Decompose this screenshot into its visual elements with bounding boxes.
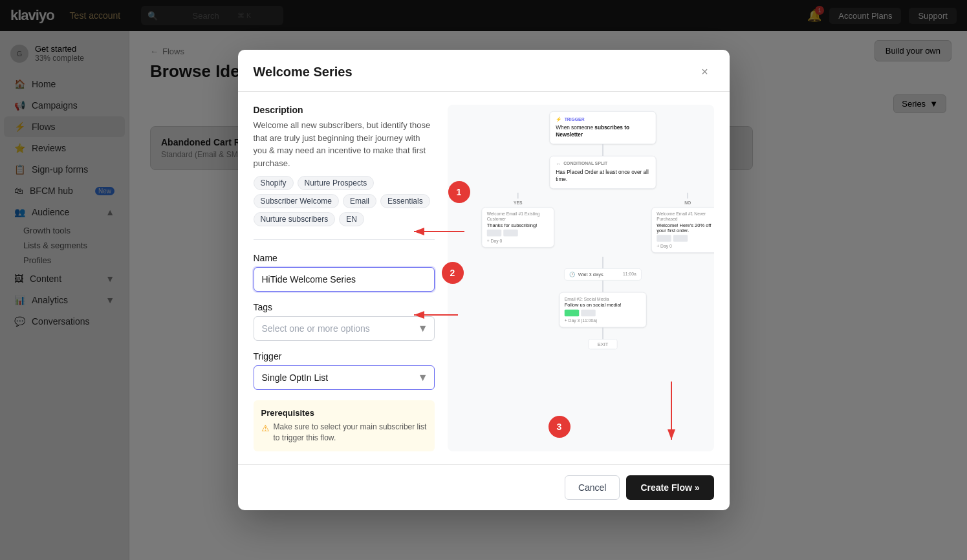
tags-select[interactable]: Select one or more options	[254, 316, 435, 341]
tag-nurture-prospects: Nurture Prospects	[298, 176, 375, 190]
annotation-2: 2	[442, 262, 464, 284]
conditional-icon: ↔	[556, 161, 561, 166]
no-branch: NO Welcome Email #1 Never Purchased Welc…	[651, 193, 714, 253]
modal-header: Welcome Series ×	[238, 50, 730, 92]
no-label: NO	[684, 200, 691, 206]
wait-time: 11:00a	[623, 272, 636, 277]
modal: Welcome Series × Description Welcome all…	[238, 50, 730, 510]
modal-left-panel: Description Welcome all new subscribers,…	[254, 105, 435, 451]
yes-branch: YES Welcome Email #1 Existing Customer T…	[481, 193, 554, 253]
flow-canvas: ⚡ Trigger When someone subscribes to New…	[481, 111, 714, 349]
tag-email: Email	[343, 194, 376, 208]
connector-2	[602, 257, 603, 268]
tag-nurture-subscribers: Nurture subscribers	[254, 212, 336, 226]
wait-text: Wait 3 days	[578, 272, 603, 277]
flow-preview: ⚡ Trigger When someone subscribes to New…	[448, 105, 714, 451]
trigger-field-group: Trigger Single OptIn List ▼	[254, 351, 435, 390]
left-btn-2	[503, 230, 518, 237]
description-text: Welcome all new subscribers, but identif…	[254, 119, 435, 169]
flow-conditional-node: ↔ Conditional Split Has Placed Order at …	[549, 156, 656, 189]
name-label: Name	[254, 253, 435, 263]
email1-left-buttons	[486, 230, 549, 237]
flow-trigger-node: ⚡ Trigger When someone subscribes to New…	[549, 111, 656, 144]
prerequisites-section: Prerequisites ⚠ Make sure to select your…	[254, 400, 435, 451]
email2-title: Email #2: Social Media	[564, 296, 641, 301]
flow-wait-node: 🕐 Wait 3 days 11:00a	[564, 268, 642, 281]
tags-row: Shopify Nurture Prospects Subscriber Wel…	[254, 176, 435, 226]
email1-left-title: Welcome Email #1 Existing Customer	[486, 211, 549, 221]
create-flow-button[interactable]: Create Flow »	[626, 475, 713, 500]
email1-right-buttons	[657, 235, 714, 242]
name-input[interactable]	[254, 267, 435, 292]
email2-buttons	[564, 310, 641, 317]
tag-essentials: Essentials	[380, 194, 430, 208]
email1-right-node: Welcome Email #1 Never Purchased Welcome…	[651, 207, 714, 253]
trigger-select-wrapper: Single OptIn List ▼	[254, 365, 435, 390]
day0-left: + Day 0	[486, 238, 549, 243]
connector-no	[687, 193, 688, 199]
tags-label: Tags	[254, 302, 435, 312]
cancel-button[interactable]: Cancel	[565, 475, 620, 500]
email2-btn-2	[581, 310, 596, 317]
connector-yes	[517, 193, 519, 199]
email1-left-node: Welcome Email #1 Existing Customer Thank…	[481, 207, 554, 247]
connector-4	[602, 327, 603, 339]
day0-right: + Day 0	[657, 244, 714, 249]
prerequisites-text: ⚠ Make sure to select your main subscrib…	[261, 422, 427, 444]
email2-node: Email #2: Social Media Follow us on soci…	[559, 292, 646, 328]
trigger-node-icon: ⚡	[556, 116, 561, 122]
branch-row: YES Welcome Email #1 Existing Customer T…	[481, 193, 714, 253]
description-heading: Description	[254, 105, 435, 115]
right-btn-1	[657, 235, 671, 242]
modal-close-button[interactable]: ×	[696, 63, 714, 81]
trigger-select[interactable]: Single OptIn List	[254, 365, 435, 390]
email2-text: Follow us on social media!	[564, 302, 641, 307]
tag-en: EN	[339, 212, 364, 226]
email1-right-title: Welcome Email #1 Never Purchased	[657, 211, 714, 221]
yes-label: YES	[513, 200, 522, 206]
tag-shopify: Shopify	[254, 176, 294, 190]
divider-1	[254, 239, 435, 240]
warning-icon: ⚠	[261, 422, 270, 435]
flow-exit-node: EXIT	[588, 339, 617, 349]
tags-select-wrapper: Select one or more options ▼	[254, 316, 435, 341]
trigger-node-text: When someone subscribes to Newsletter	[556, 124, 650, 139]
trigger-label: Trigger	[254, 351, 435, 361]
modal-footer: Cancel Create Flow »	[238, 464, 730, 510]
day3-text: + Day 3 (11:00a)	[564, 318, 641, 323]
modal-title: Welcome Series	[254, 65, 353, 80]
trigger-node-label: Trigger	[564, 117, 584, 122]
name-field-group: Name	[254, 253, 435, 292]
conditional-text: Has Placed Order at least once over all …	[556, 169, 650, 184]
connector-1	[602, 144, 603, 156]
email2-btn-1	[564, 310, 579, 317]
conditional-label: Conditional Split	[563, 162, 607, 167]
left-btn-1	[486, 230, 501, 237]
clock-icon: 🕐	[569, 272, 575, 277]
modal-body: Description Welcome all new subscribers,…	[238, 92, 730, 464]
modal-right-panel: ⚡ Trigger When someone subscribes to New…	[448, 105, 714, 451]
annotation-3: 3	[549, 416, 570, 438]
tags-field-group: Tags Select one or more options ▼	[254, 302, 435, 341]
tag-subscriber-welcome: Subscriber Welcome	[254, 194, 339, 208]
connector-3	[602, 281, 603, 292]
email1-right-text: Welcome! Here's 20% off your first order…	[657, 222, 714, 233]
email1-left-text: Thanks for subscribing!	[486, 222, 549, 228]
right-btn-2	[673, 235, 688, 242]
annotation-1: 1	[448, 181, 470, 203]
modal-overlay: Welcome Series × Description Welcome all…	[0, 0, 967, 560]
prerequisites-heading: Prerequisites	[261, 408, 427, 418]
description-section: Description Welcome all new subscribers,…	[254, 105, 435, 226]
